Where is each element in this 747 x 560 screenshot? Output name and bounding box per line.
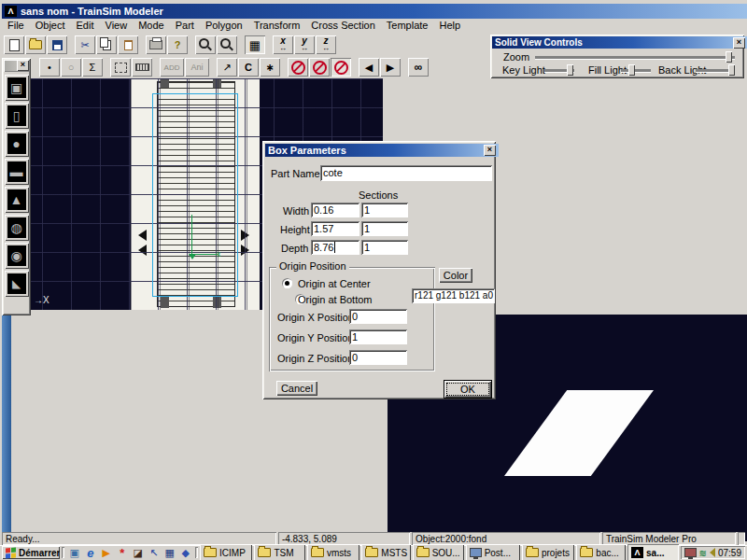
menu-object[interactable]: Object (30, 19, 71, 32)
open-button[interactable] (25, 35, 46, 54)
cut-button[interactable]: ✂ (75, 35, 95, 54)
depth-sections-input[interactable]: 1 (361, 240, 408, 255)
rotate-button[interactable]: C (238, 58, 259, 77)
task-msts[interactable]: MSTS (361, 544, 411, 560)
origin-y-input[interactable]: 1 (349, 329, 407, 344)
shape-box-button[interactable]: ▣ (5, 75, 29, 101)
shape-cone-button[interactable]: ◣ (5, 271, 29, 297)
origin-z-input[interactable]: 0 (349, 350, 407, 365)
task-projets[interactable]: projets (522, 544, 574, 560)
key-light-slider[interactable] (544, 69, 574, 72)
menu-file[interactable]: File (2, 19, 30, 32)
fill-light-slider[interactable] (621, 69, 651, 72)
close-icon[interactable]: × (484, 145, 496, 156)
hide-selected-button[interactable] (288, 58, 308, 77)
task-post[interactable]: Post... (466, 544, 520, 560)
image-viewer-icon[interactable]: ◪ (130, 545, 146, 560)
z-axis-button[interactable]: z↔ (316, 35, 336, 54)
task-sans-nom-active[interactable]: Λsa... (627, 544, 679, 560)
menu-edit[interactable]: Edit (71, 19, 100, 32)
red-star-icon[interactable]: * (114, 545, 130, 560)
color-button[interactable]: Color (439, 268, 472, 283)
part-name-input[interactable]: cote (320, 165, 492, 181)
width-input[interactable]: 0.16 (311, 203, 359, 217)
menu-view[interactable]: View (100, 19, 134, 32)
dialog-titlebar[interactable]: Box Parameters × (265, 144, 499, 157)
task-bac[interactable]: bac... (576, 544, 626, 560)
menu-cross-section[interactable]: Cross Section (305, 19, 380, 32)
animate-button[interactable]: Ani (185, 58, 209, 77)
shape-geosphere-button[interactable]: ◍ (5, 215, 29, 241)
point-button[interactable]: • (39, 58, 60, 77)
back-light-slider[interactable] (696, 69, 735, 72)
help-button[interactable]: ? (167, 35, 188, 54)
x-axis-button[interactable]: x↔ (273, 35, 293, 54)
pointer-tool-icon[interactable]: ↖ (146, 545, 162, 560)
menu-transform[interactable]: Transform (248, 19, 306, 32)
origin-center-radio[interactable] (282, 278, 292, 288)
menu-mode[interactable]: Mode (133, 19, 170, 32)
msn-icon[interactable]: ◆ (177, 545, 193, 560)
prev-button[interactable]: ◀ (359, 58, 379, 77)
menu-help[interactable]: Help (433, 19, 466, 32)
shape-palette-titlebar[interactable]: × (4, 60, 29, 72)
key-light-thumb[interactable] (567, 64, 573, 76)
ok-button[interactable]: OK (444, 380, 492, 399)
hide-unselected-button[interactable] (309, 58, 330, 77)
circle-button[interactable]: ○ (61, 58, 81, 77)
pattern-icon[interactable]: ▦ (162, 545, 177, 560)
add-points-button[interactable]: ADD (160, 58, 184, 77)
sum-button[interactable]: Σ (82, 58, 103, 77)
menu-part[interactable]: Part (170, 19, 200, 32)
find-button[interactable]: ∞ (408, 58, 429, 77)
internet-explorer-icon[interactable]: e (82, 545, 98, 560)
scale-button[interactable]: ∗ (260, 58, 280, 77)
shape-cylinder-button[interactable]: ▯ (5, 103, 29, 129)
task-icimp[interactable]: ICIMP (200, 544, 252, 560)
marquee-select-button[interactable] (110, 58, 131, 77)
cancel-button[interactable]: Cancel (276, 381, 317, 396)
new-button[interactable] (4, 35, 24, 54)
height-sections-input[interactable]: 1 (361, 221, 408, 236)
shape-rounded-box-button[interactable]: ▬ (5, 159, 29, 185)
shape-sphere-button[interactable]: ● (5, 131, 29, 157)
scheduler-icon[interactable]: ≋ (699, 548, 707, 558)
zoom-slider-thumb[interactable] (726, 51, 732, 63)
origin-center-label[interactable]: Origin at Center (298, 278, 371, 289)
menu-polygon[interactable]: Polygon (200, 19, 248, 32)
display-settings-icon[interactable] (684, 548, 697, 557)
print-button[interactable] (146, 35, 166, 54)
fill-light-thumb[interactable] (628, 64, 635, 76)
start-button[interactable]: Démarrer (2, 546, 60, 559)
zoom-slider[interactable] (535, 56, 735, 59)
shape-textured-sphere-button[interactable]: ◉ (5, 243, 29, 269)
task-vmsts[interactable]: vmsts (307, 544, 359, 560)
close-icon[interactable]: × (17, 60, 29, 71)
select-button[interactable]: ↗ (217, 58, 237, 77)
zoom-out-button[interactable] (217, 35, 237, 54)
origin-x-input[interactable]: 0 (349, 309, 407, 324)
menu-template[interactable]: Template (381, 19, 434, 32)
save-button[interactable] (47, 35, 67, 54)
y-axis-button[interactable]: y↔ (294, 35, 315, 54)
width-sections-input[interactable]: 1 (361, 203, 408, 217)
zoom-in-button[interactable] (195, 35, 216, 54)
show-all-button[interactable] (331, 58, 351, 77)
task-tsm[interactable]: TSM (254, 544, 305, 560)
next-button[interactable]: ▶ (380, 58, 401, 77)
shape-wedge-button[interactable]: ▲ (5, 187, 29, 213)
origin-bottom-label[interactable]: Origin at Bottom (298, 294, 372, 305)
show-desktop-icon[interactable]: ▣ (66, 545, 82, 560)
solid-view-titlebar[interactable]: Solid View Controls × (492, 36, 747, 49)
depth-input[interactable]: 8.76 (311, 240, 359, 255)
measure-button[interactable] (132, 58, 152, 77)
volume-icon[interactable] (710, 548, 715, 557)
title-bar[interactable]: Λ sans nom - TrainSim Modeler (2, 4, 747, 19)
copy-button[interactable] (96, 35, 117, 54)
height-input[interactable]: 1.57 (311, 221, 359, 236)
back-light-thumb[interactable] (728, 64, 735, 76)
grid-toggle-button[interactable]: ▦ (245, 35, 265, 54)
media-player-icon[interactable]: ▶ (98, 545, 114, 560)
close-icon[interactable]: × (733, 37, 745, 49)
task-sou[interactable]: SOU... (413, 544, 464, 560)
